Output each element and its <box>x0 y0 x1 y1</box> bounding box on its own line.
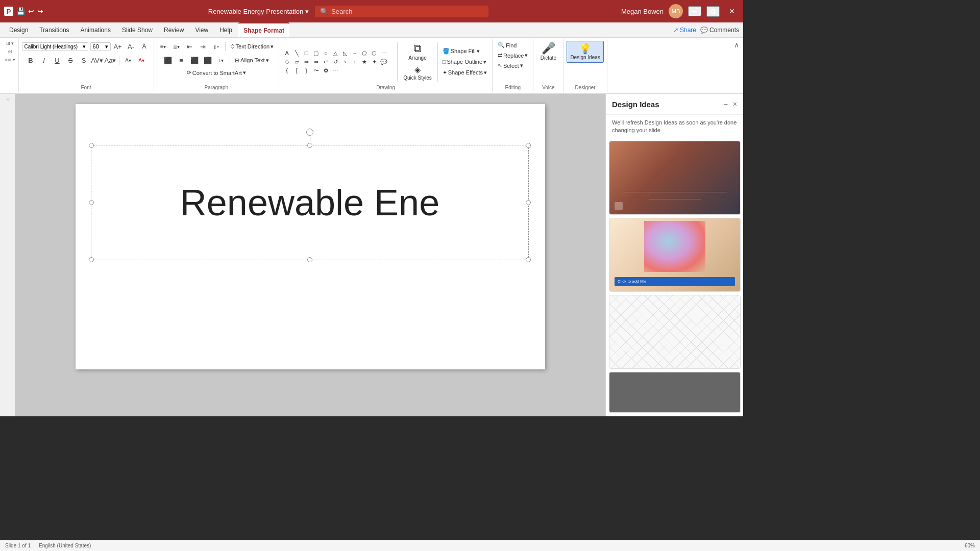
strikethrough-button[interactable]: S <box>64 55 77 66</box>
save-icon[interactable]: 💾 <box>16 7 25 15</box>
shape-fill-button[interactable]: 🪣 Shape Fill▾ <box>440 47 489 56</box>
wave-shape[interactable]: 〜 <box>311 66 321 74</box>
highlight-button[interactable]: A▾ <box>122 55 134 66</box>
bold-button[interactable]: B <box>24 55 37 66</box>
more2-shapes[interactable]: ⋯ <box>331 66 340 74</box>
align-left-button[interactable]: ⬛ <box>162 55 174 66</box>
shadow-button[interactable]: S <box>78 55 90 66</box>
change-case-button[interactable]: Aa▾ <box>104 55 116 66</box>
tab-view[interactable]: View <box>190 22 213 37</box>
canvas-area[interactable]: Renewable Ene <box>15 94 605 416</box>
increase-indent-button[interactable]: ⇥ <box>197 41 209 52</box>
star5-shape[interactable]: ✦ <box>370 58 379 66</box>
handle-bottom-right[interactable] <box>526 257 531 262</box>
brace2-shape[interactable]: } <box>302 66 311 74</box>
callout-shape[interactable]: 💬 <box>379 58 388 66</box>
handle-top-center[interactable] <box>307 143 312 148</box>
character-spacing-button[interactable]: AV▾ <box>91 55 103 66</box>
bracket-shape[interactable]: [ <box>292 66 301 74</box>
shape-effects-button[interactable]: ✦ Shape Effects▾ <box>440 68 489 77</box>
document-title[interactable]: Renewable Energy Presentation ▾ <box>208 8 309 15</box>
rect-shape[interactable]: □ <box>302 49 311 57</box>
handle-bottom-center[interactable] <box>307 257 312 262</box>
handle-top-left[interactable] <box>89 143 94 148</box>
minimize-button[interactable]: ─ <box>688 6 701 16</box>
search-input[interactable] <box>331 8 483 15</box>
replace-button[interactable]: ⇄ Replace▾ <box>496 51 530 60</box>
share-button[interactable]: ↗ Share <box>673 27 696 34</box>
text-box[interactable]: Renewable Ene <box>91 145 529 260</box>
font-size-dropdown[interactable]: 60 ▾ <box>90 42 111 51</box>
rotate-handle[interactable] <box>306 129 313 136</box>
select-button[interactable]: ↖ Select▾ <box>496 61 525 70</box>
line-shape[interactable]: ╲ <box>292 49 301 57</box>
diamond-shape[interactable]: ◇ <box>282 58 291 66</box>
design-thumb-2[interactable]: Click to add title <box>609 218 741 292</box>
arrow-shape[interactable]: → <box>350 49 359 57</box>
font-color-button[interactable]: A▾ <box>135 55 148 66</box>
handle-middle-right[interactable] <box>526 200 531 205</box>
rounded-rect-shape[interactable]: ▢ <box>311 49 321 57</box>
align-center-button[interactable]: ≡ <box>175 55 187 66</box>
hex-shape[interactable]: ⬡ <box>370 49 379 57</box>
collapse-ribbon-button[interactable]: ∧ <box>734 41 739 49</box>
close-button[interactable]: ✕ <box>725 7 739 15</box>
decrease-font-button[interactable]: A- <box>125 41 137 52</box>
bend-arrow-shape[interactable]: ↵ <box>321 58 330 66</box>
design-thumb-4[interactable] <box>609 372 741 413</box>
arrange-button[interactable]: ⧉ Arrange <box>405 41 430 63</box>
underline-button[interactable]: U <box>51 55 63 66</box>
brace-shape[interactable]: { <box>282 66 291 74</box>
design-thumb-3[interactable] <box>609 295 741 369</box>
right-tri-shape[interactable]: ◺ <box>340 49 350 57</box>
line-spacing-button[interactable]: ↕▾ <box>215 55 227 66</box>
design-thumb-1[interactable] <box>609 141 741 215</box>
align-right-button[interactable]: ⬛ <box>188 55 201 66</box>
undo-icon[interactable]: ↩ <box>28 7 34 15</box>
search-bar[interactable]: 🔍 <box>315 6 488 17</box>
plus-shape[interactable]: + <box>350 58 359 66</box>
increase-font-button[interactable]: A+ <box>112 41 124 52</box>
shape-outline-button[interactable]: □ Shape Outline▾ <box>440 58 489 66</box>
handle-bottom-left[interactable] <box>89 257 94 262</box>
tab-transitions[interactable]: Transitions <box>34 22 74 37</box>
tab-review[interactable]: Review <box>159 22 189 37</box>
justify-button[interactable]: ⬛ <box>202 55 214 66</box>
convert-smartart-button[interactable]: ⟳ Convert to SmartArt▾ <box>185 68 248 77</box>
design-panel-close-button[interactable]: × <box>733 100 737 108</box>
text-box-shape[interactable]: A <box>282 49 291 57</box>
text-direction-button[interactable]: ⇕ Text Direction▾ <box>228 42 276 51</box>
bullet-list-button[interactable]: ≡▾ <box>157 41 169 52</box>
slide[interactable]: Renewable Ene <box>76 104 545 369</box>
chevron-shape[interactable]: › <box>340 58 350 66</box>
curved-arrow-shape[interactable]: ↺ <box>331 58 340 66</box>
dictate-button[interactable]: 🎤 Dictate <box>536 41 560 63</box>
numbered-list-button[interactable]: ≣▾ <box>170 41 183 52</box>
tab-design[interactable]: Design <box>4 22 33 37</box>
oval-shape[interactable]: ○ <box>321 49 330 57</box>
more-shapes[interactable]: ⋯ <box>379 49 388 57</box>
decrease-indent-button[interactable]: ⇤ <box>184 41 196 52</box>
misc1-shape[interactable]: ✿ <box>321 66 330 74</box>
star-shape[interactable]: ★ <box>360 58 369 66</box>
double-arrow-shape[interactable]: ⇔ <box>311 58 321 66</box>
arrow2-shape[interactable]: ⇒ <box>302 58 311 66</box>
tab-slideshow[interactable]: Slide Show <box>117 22 158 37</box>
design-panel-minimize-button[interactable]: − <box>722 99 730 109</box>
tab-shape-format[interactable]: Shape Format <box>238 22 289 37</box>
design-ideas-button[interactable]: 💡 Design Ideas <box>567 41 603 63</box>
handle-top-right[interactable] <box>526 143 531 148</box>
italic-button[interactable]: I <box>38 55 50 66</box>
tab-help[interactable]: Help <box>214 22 237 37</box>
handle-middle-left[interactable] <box>89 200 94 205</box>
align-text-button[interactable]: ⊟ Align Text▾ <box>233 56 271 65</box>
tab-animations[interactable]: Animations <box>76 22 116 37</box>
find-button[interactable]: 🔍 Find <box>496 41 519 49</box>
triangle-shape[interactable]: △ <box>331 49 340 57</box>
comments-button[interactable]: 💬 Comments <box>700 27 739 34</box>
columns-button[interactable]: ⫿▾ <box>210 41 223 52</box>
clear-format-button[interactable]: Ā <box>138 41 151 52</box>
restore-button[interactable]: ⧉ <box>706 6 720 17</box>
quick-styles-button[interactable]: ◈ Quick Styles <box>400 64 435 83</box>
font-name-dropdown[interactable]: Calibri Light (Headings) ▾ <box>22 42 88 51</box>
